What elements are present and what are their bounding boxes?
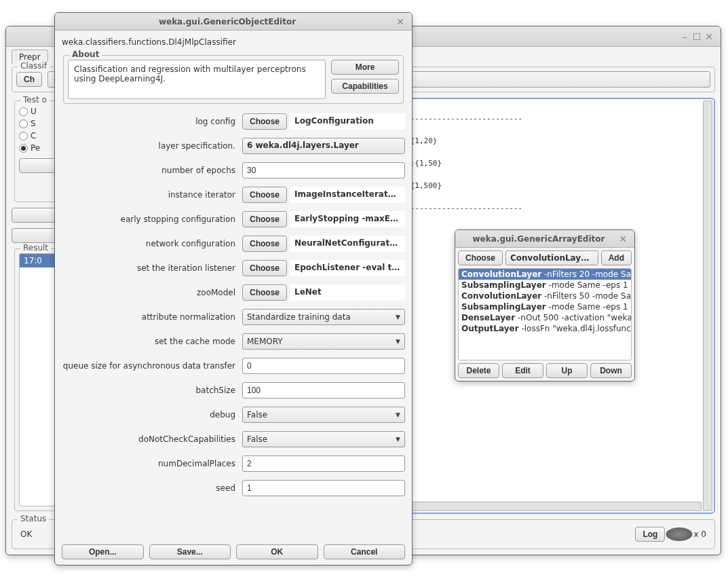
prop-label-layerspec: layer specification. [62,141,238,151]
epochs-input[interactable] [242,162,405,179]
seed-input[interactable] [242,480,405,496]
earlystop-value[interactable]: EarlyStopping -maxEpochs [290,211,405,227]
prop-label-attrnorm: attribute normalization [62,312,238,322]
prop-label-iterator: instance iterator [62,190,238,200]
properties-grid: log configChooseLogConfiguration layer s… [60,109,406,538]
arr-list-item[interactable]: ConvolutionLayer -nFilters 20 -mode Sa [459,269,631,280]
log-button[interactable]: Log [635,527,665,542]
choose-classifier-button[interactable]: Ch [16,72,42,87]
classifier-legend: Classif [18,61,50,71]
open-button[interactable]: Open... [62,544,144,559]
choose-logconfig-button[interactable]: Choose [242,113,287,130]
close-icon[interactable]: ✕ [617,233,629,245]
choose-listener-button[interactable]: Choose [242,260,287,276]
choose-netconf-button[interactable]: Choose [242,236,287,252]
logconfig-value[interactable]: LogConfiguration [290,113,405,130]
arr-list-item[interactable]: SubsamplingLayer -mode Same -eps 1 [459,280,631,291]
arr-down-button[interactable]: Down [590,363,632,378]
about-legend: About [69,50,102,59]
layerspec-value[interactable]: 6 weka.dl4j.layers.Layer [242,138,405,154]
prop-label-netconf: network configuration [62,239,238,248]
status-legend: Status [18,514,49,523]
choose-earlystop-button[interactable]: Choose [242,211,287,227]
ndp-input[interactable] [242,455,405,472]
prop-label-ndp: numDecimalPlaces [62,459,238,468]
arr-delete-button[interactable]: Delete [458,363,499,378]
prop-label-listener: set the iteration listener [62,263,238,273]
iterator-value[interactable]: ImageInstanceIterator -he [290,187,405,203]
prop-label-logconfig: log config [62,117,238,126]
listener-value[interactable]: EpochListener -eval true -n [290,260,405,276]
about-description: Classification and regression with multi… [68,60,326,99]
prop-label-queue: queue size for asynchronous data transfe… [62,361,238,371]
prop-label-batch: batchSize [62,386,238,395]
zoo-value[interactable]: LeNet [290,284,405,301]
prop-label-nocheck: doNotCheckCapabilities [62,434,238,444]
choose-iterator-button[interactable]: Choose [242,187,287,203]
minimize-icon[interactable]: – [678,31,691,43]
classifier-class-line[interactable]: weka.classifiers.functions.Dl4jMlpClassi… [60,35,406,50]
arr-edit-button[interactable]: Edit [502,363,543,378]
ok-button[interactable]: OK [236,544,318,559]
cache-select[interactable]: MEMORY▼ [242,333,405,350]
arr-list-item[interactable]: OutputLayer -lossFn "weka.dl4j.lossfunc [459,323,631,334]
chevron-down-icon: ▼ [396,338,400,345]
status-text: OK [20,529,32,539]
capabilities-button[interactable]: Capabilities [331,79,399,94]
arr-list-item[interactable]: SubsamplingLayer -mode Same -eps 1 [459,301,631,312]
prop-label-earlystop: early stopping configuration [62,215,238,224]
attrnorm-select[interactable]: Standardize training data▼ [242,309,405,325]
choose-zoo-button[interactable]: Choose [242,284,287,301]
obj-editor-titlebar: weka.gui.GenericObjectEditor ✕ [55,13,412,31]
batch-input[interactable] [242,382,405,398]
arr-choose-button[interactable]: Choose [458,250,503,265]
netconf-value[interactable]: NeuralNetConfiguration - [290,236,405,252]
arr-layer-list[interactable]: ConvolutionLayer -nFilters 20 -mode SaSu… [458,268,632,360]
arr-current-value[interactable]: ConvolutionLayer -n [505,250,598,265]
more-button[interactable]: More [331,60,399,75]
debug-select[interactable]: False▼ [242,407,405,423]
vertical-scrollbar[interactable] [703,100,712,511]
task-counter: x 0 [693,529,706,539]
maximize-icon[interactable]: ☐ [691,31,703,43]
close-icon[interactable]: ✕ [394,16,406,28]
chevron-down-icon: ▼ [396,411,400,418]
close-icon[interactable]: ✕ [703,31,715,43]
prop-label-cache: set the cache mode [62,337,238,346]
about-fieldset: About Classification and regression with… [63,55,404,104]
generic-array-editor-dialog: weka.gui.GenericArrayEditor ✕ Choose Con… [455,229,635,381]
arr-editor-title: weka.gui.GenericArrayEditor [461,234,617,244]
arr-up-button[interactable]: Up [546,363,588,378]
nocheck-select[interactable]: False▼ [242,431,405,447]
prop-label-epochs: number of epochs [62,166,238,175]
chevron-down-icon: ▼ [396,436,400,443]
prop-label-zoo: zooModel [62,288,238,297]
result-list-legend: Result [20,243,51,253]
obj-editor-title: weka.gui.GenericObjectEditor [60,17,394,26]
arr-add-button[interactable]: Add [601,250,632,265]
kiwi-icon [666,527,693,541]
save-button[interactable]: Save... [149,544,231,559]
prop-label-debug: debug [62,410,238,420]
queue-input[interactable] [242,358,405,374]
arr-list-item[interactable]: DenseLayer -nOut 500 -activation "weka [459,312,631,323]
chevron-down-icon: ▼ [396,314,400,320]
generic-object-editor-dialog: weka.gui.GenericObjectEditor ✕ weka.clas… [54,12,413,565]
test-options-legend: Test o [20,95,50,105]
prop-label-seed: seed [62,483,238,493]
arr-list-item[interactable]: ConvolutionLayer -nFilters 50 -mode Sa [459,291,631,301]
dialog-button-bar: Open... Save... OK Cancel [60,540,406,561]
arr-editor-titlebar: weka.gui.GenericArrayEditor ✕ [455,230,634,248]
cancel-button[interactable]: Cancel [324,544,406,559]
